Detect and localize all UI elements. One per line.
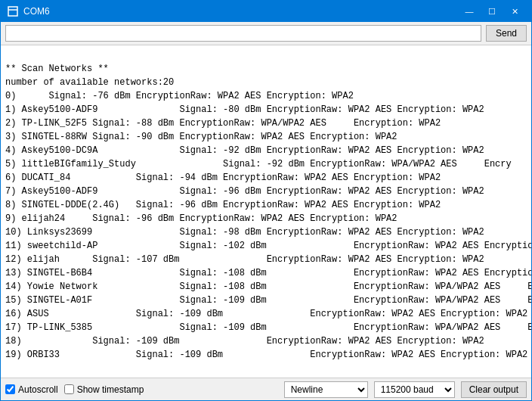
clear-output-button[interactable]: Clear output bbox=[461, 381, 527, 398]
output-text: ** Scan Networks ** number of available … bbox=[5, 64, 531, 360]
send-button[interactable]: Send bbox=[486, 25, 527, 42]
main-window: COM6 — ☐ ✕ Send ** Scan Networks ** numb… bbox=[0, 0, 532, 401]
command-input[interactable] bbox=[5, 25, 481, 42]
close-button[interactable]: ✕ bbox=[504, 4, 525, 19]
output-area[interactable]: ** Scan Networks ** number of available … bbox=[1, 45, 531, 378]
newline-dropdown[interactable]: No line ending Newline Carriage return B… bbox=[284, 381, 368, 398]
baud-dropdown[interactable]: 300 baud 1200 baud 2400 baud 4800 baud 9… bbox=[374, 381, 455, 398]
autoscroll-checkbox[interactable] bbox=[5, 384, 15, 394]
window-title: COM6 bbox=[23, 6, 459, 17]
status-bar: Autoscroll Show timestamp No line ending… bbox=[1, 378, 531, 400]
autoscroll-text: Autoscroll bbox=[18, 384, 58, 395]
timestamp-checkbox[interactable] bbox=[64, 384, 74, 394]
autoscroll-label[interactable]: Autoscroll bbox=[5, 384, 58, 395]
svg-rect-0 bbox=[8, 7, 17, 16]
timestamp-label[interactable]: Show timestamp bbox=[64, 384, 144, 395]
title-bar: COM6 — ☐ ✕ bbox=[1, 1, 531, 22]
maximize-button[interactable]: ☐ bbox=[481, 4, 503, 19]
window-controls: — ☐ ✕ bbox=[459, 4, 525, 19]
toolbar: Send bbox=[1, 22, 531, 45]
minimize-button[interactable]: — bbox=[459, 4, 480, 19]
window-icon bbox=[7, 5, 19, 17]
timestamp-text: Show timestamp bbox=[77, 384, 144, 395]
